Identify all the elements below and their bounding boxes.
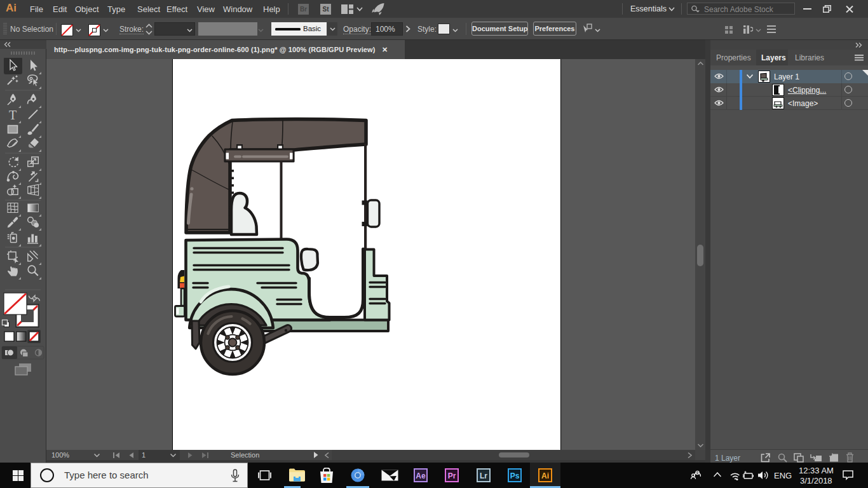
svg-text:T: T	[9, 108, 17, 122]
